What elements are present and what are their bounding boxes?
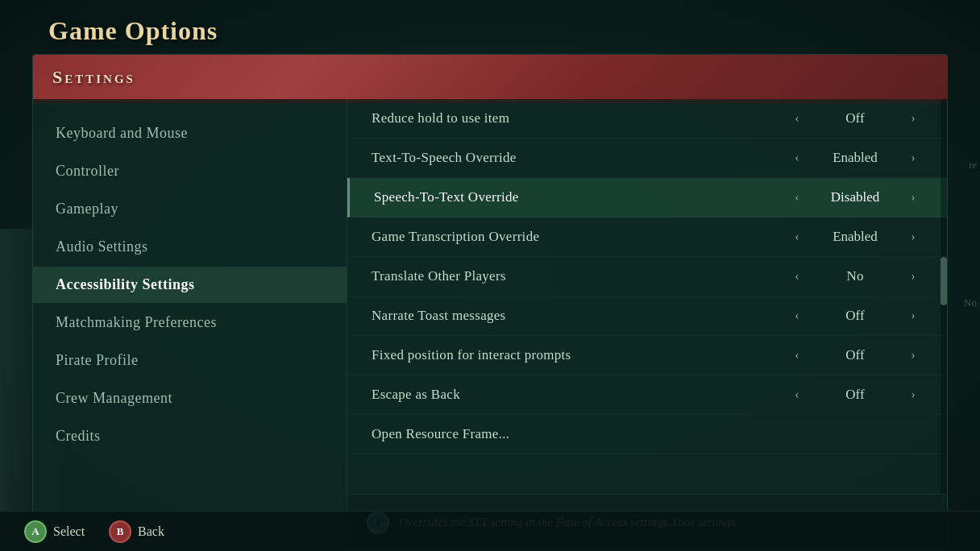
arrow-left-narrate-toast[interactable]: ‹ — [787, 309, 807, 323]
arrow-left-escape-back[interactable]: ‹ — [787, 387, 807, 402]
setting-name-narrate-toast: Narrate Toast messages — [372, 308, 787, 324]
scrollbar-thumb[interactable] — [941, 257, 947, 305]
setting-name-open-resource: Open Resource Frame... — [372, 426, 923, 442]
arrow-left-fixed-position[interactable]: ‹ — [787, 348, 807, 362]
sidebar-item-accessibility-settings[interactable]: Accessibility Settings — [33, 267, 347, 303]
arrow-left-translate-players[interactable]: ‹ — [787, 269, 807, 284]
arrow-left-speech-to-text[interactable]: ‹ — [787, 190, 807, 205]
arrow-right-reduce-hold[interactable]: › — [903, 111, 923, 126]
setting-row-translate-players[interactable]: Translate Other Players‹No› — [347, 257, 947, 296]
arrow-right-fixed-position[interactable]: › — [903, 348, 923, 362]
sidebar-item-audio-settings[interactable]: Audio Settings — [33, 229, 347, 265]
setting-value-game-transcription: Enabled — [807, 229, 903, 245]
settings-panel: Settings Keyboard and MouseControllerGam… — [32, 54, 948, 551]
sidebar-item-pirate-profile[interactable]: Pirate Profile — [33, 342, 347, 379]
settings-header-title: Settings — [52, 67, 135, 88]
bottom-bar: ASelectBBack — [0, 511, 980, 551]
select-btn-label: Select — [53, 524, 85, 539]
setting-row-narrate-toast[interactable]: Narrate Toast messages‹Off› — [347, 296, 947, 336]
setting-value-narrate-toast: Off — [807, 308, 903, 324]
arrow-left-reduce-hold[interactable]: ‹ — [787, 111, 807, 126]
setting-name-game-transcription: Game Transcription Override — [372, 229, 787, 245]
setting-value-fixed-position: Off — [807, 347, 903, 363]
setting-row-speech-to-text[interactable]: Speech-To-Text Override‹Disabled› — [347, 178, 947, 218]
setting-value-text-to-speech: Enabled — [807, 150, 903, 166]
page-title: Game Options — [48, 16, 218, 46]
setting-row-reduce-hold[interactable]: Reduce hold to use item‹Off› — [347, 99, 947, 139]
sidebar-item-keyboard-mouse[interactable]: Keyboard and Mouse — [33, 115, 347, 151]
back-btn-label: Back — [138, 524, 164, 539]
setting-value-reduce-hold: Off — [807, 110, 903, 126]
arrow-right-narrate-toast[interactable]: › — [903, 309, 923, 323]
setting-row-open-resource[interactable]: Open Resource Frame... — [347, 415, 947, 454]
arrow-right-text-to-speech[interactable]: › — [903, 151, 923, 165]
setting-row-game-transcription[interactable]: Game Transcription Override‹Enabled› — [347, 218, 947, 257]
setting-value-speech-to-text: Disabled — [807, 189, 903, 205]
sidebar-item-credits[interactable]: Credits — [33, 418, 347, 454]
settings-list: Reduce hold to use item‹Off›Text-To-Spee… — [347, 99, 947, 494]
sidebar-item-matchmaking-preferences[interactable]: Matchmaking Preferences — [33, 304, 347, 341]
back-btn[interactable]: BBack — [109, 520, 164, 543]
setting-name-translate-players: Translate Other Players — [372, 268, 787, 284]
setting-row-fixed-position[interactable]: Fixed position for interact prompts‹Off› — [347, 336, 947, 375]
arrow-right-game-transcription[interactable]: › — [903, 230, 923, 244]
setting-row-escape-back[interactable]: Escape as Back‹Off› — [347, 375, 947, 415]
main-container: Game Options ◀ ▶ Settings Keyboard and M… — [0, 0, 980, 551]
arrow-right-escape-back[interactable]: › — [903, 387, 923, 402]
arrow-left-game-transcription[interactable]: ‹ — [787, 230, 807, 244]
arrow-left-text-to-speech[interactable]: ‹ — [787, 151, 807, 165]
setting-value-translate-players: No — [807, 268, 903, 284]
title-bar: Game Options ◀ ▶ — [0, 0, 980, 54]
setting-value-escape-back: Off — [807, 387, 903, 403]
sidebar-item-gameplay[interactable]: Gameplay — [33, 191, 347, 227]
setting-name-reduce-hold: Reduce hold to use item — [372, 110, 787, 126]
setting-name-text-to-speech: Text-To-Speech Override — [372, 150, 787, 166]
setting-name-speech-to-text: Speech-To-Text Override — [374, 189, 787, 205]
arrow-right-speech-to-text[interactable]: › — [903, 190, 923, 205]
select-btn-circle: A — [24, 520, 47, 543]
sidebar-item-controller[interactable]: Controller — [33, 153, 347, 189]
right-content: Reduce hold to use item‹Off›Text-To-Spee… — [347, 99, 947, 550]
scrollbar-track[interactable] — [941, 99, 947, 494]
settings-header: Settings — [33, 55, 947, 99]
setting-name-fixed-position: Fixed position for interact prompts — [372, 347, 787, 363]
content-area: Keyboard and MouseControllerGameplayAudi… — [33, 99, 947, 550]
arrow-right-translate-players[interactable]: › — [903, 269, 923, 284]
setting-name-escape-back: Escape as Back — [372, 387, 787, 403]
sidebar: Keyboard and MouseControllerGameplayAudi… — [33, 99, 347, 550]
sidebar-item-crew-management[interactable]: Crew Management — [33, 380, 347, 416]
back-btn-circle: B — [109, 520, 131, 543]
setting-row-text-to-speech[interactable]: Text-To-Speech Override‹Enabled› — [347, 139, 947, 178]
select-btn[interactable]: ASelect — [24, 520, 85, 543]
